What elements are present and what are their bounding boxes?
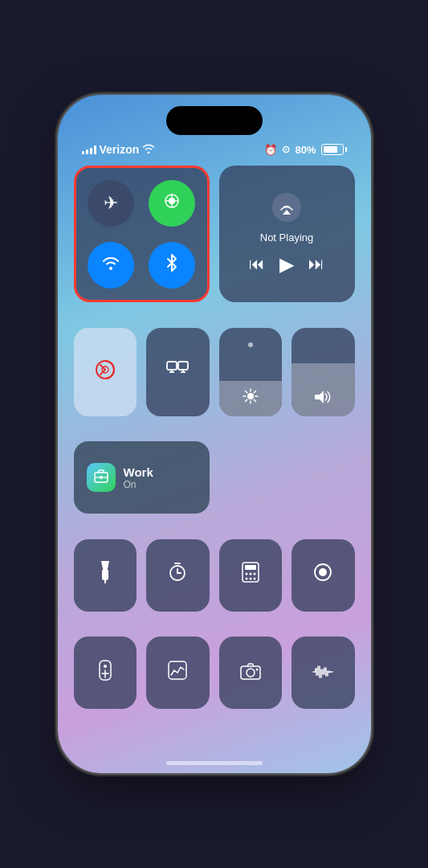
metrics-icon — [168, 661, 187, 686]
play-button[interactable]: ▶ — [279, 253, 294, 276]
svg-marker-22 — [315, 391, 324, 403]
playback-controls: ⏮ ▶ ⏭ — [249, 253, 324, 276]
svg-point-41 — [319, 568, 327, 576]
metrics-button[interactable] — [146, 637, 210, 709]
screen-mirror-icon — [166, 361, 189, 383]
tools-row-2 — [74, 637, 355, 709]
tools-row-1 — [74, 539, 355, 612]
now-playing-status: Not Playing — [260, 231, 313, 244]
brightness-icon — [243, 388, 259, 408]
bluetooth-icon — [165, 254, 179, 276]
carrier-label: Verizon — [100, 143, 140, 156]
signal-icon — [82, 145, 96, 154]
screen-record-button[interactable] — [291, 539, 355, 612]
screen-lock-button[interactable] — [74, 328, 137, 416]
battery-icon — [321, 144, 347, 155]
row2 — [74, 328, 355, 416]
status-bar: Verizon ⏰ ⊙ 80% — [58, 143, 371, 156]
svg-point-48 — [247, 669, 255, 677]
dynamic-island — [166, 106, 263, 135]
now-playing-tile: Not Playing ⏮ ▶ ⏭ — [219, 166, 355, 302]
wifi-icon — [142, 143, 155, 156]
control-center: ✈ — [74, 166, 355, 725]
row3: Work On — [74, 441, 355, 514]
svg-point-38 — [249, 578, 251, 580]
svg-point-25 — [100, 476, 103, 479]
svg-point-1 — [169, 198, 175, 204]
svg-point-39 — [253, 578, 255, 580]
volume-slider[interactable] — [291, 328, 355, 416]
screen-lock-icon — [94, 358, 116, 386]
svg-point-35 — [249, 573, 251, 575]
svg-point-13 — [247, 393, 254, 399]
remote-button[interactable] — [74, 637, 137, 709]
alarm-icon: ⏰ — [264, 144, 277, 156]
work-on-text: Work On — [124, 465, 153, 490]
phone-frame: Verizon ⏰ ⊙ 80% — [58, 95, 371, 773]
svg-line-19 — [254, 399, 255, 401]
camera-icon — [240, 661, 261, 686]
wifi-button-icon — [102, 255, 120, 276]
voice-memo-icon — [312, 661, 333, 686]
flashlight-icon — [96, 561, 114, 589]
row1: ✈ — [74, 166, 355, 302]
svg-point-36 — [253, 573, 255, 575]
svg-rect-8 — [178, 362, 188, 370]
svg-point-34 — [245, 573, 247, 575]
svg-rect-7 — [167, 362, 177, 370]
remote-icon — [99, 660, 112, 686]
svg-point-37 — [245, 578, 247, 580]
wifi-button[interactable] — [88, 242, 134, 289]
brightness-slider[interactable] — [219, 328, 283, 416]
svg-line-18 — [245, 391, 247, 392]
svg-line-20 — [254, 391, 255, 392]
svg-point-49 — [255, 668, 258, 670]
timer-icon — [168, 563, 187, 588]
volume-icon — [314, 390, 332, 408]
work-on-subtitle: On — [124, 479, 153, 490]
bluetooth-button[interactable] — [149, 242, 195, 289]
airplay-icon[interactable] — [272, 193, 301, 222]
work-on-title: Work — [124, 465, 153, 479]
calculator-icon — [242, 562, 259, 588]
rewind-button[interactable]: ⏮ — [249, 255, 265, 273]
timer-button[interactable] — [146, 539, 210, 612]
calculator-button[interactable] — [219, 539, 283, 612]
connectivity-group: ✈ — [74, 166, 210, 302]
svg-point-43 — [104, 665, 107, 668]
brightness-dot — [248, 342, 253, 347]
svg-line-21 — [245, 399, 247, 401]
screen-mirror-button[interactable] — [146, 328, 210, 416]
status-right: ⏰ ⊙ 80% — [264, 144, 346, 156]
screen-record-icon — [313, 563, 332, 588]
svg-rect-26 — [102, 569, 108, 580]
flashlight-button[interactable] — [74, 539, 137, 612]
camera-button[interactable] — [219, 637, 283, 709]
location-icon: ⊙ — [282, 144, 290, 155]
home-bar — [166, 761, 263, 765]
cellular-icon — [163, 192, 181, 215]
cellular-button[interactable] — [149, 180, 195, 227]
svg-rect-46 — [169, 661, 186, 679]
airplane-mode-button[interactable]: ✈ — [88, 180, 134, 227]
status-left: Verizon — [82, 143, 156, 156]
voice-memo-button[interactable] — [291, 637, 355, 709]
airplane-icon: ✈ — [104, 193, 118, 214]
battery-percent: 80% — [295, 144, 316, 156]
svg-rect-33 — [245, 565, 256, 570]
work-on-avatar — [87, 463, 116, 492]
fast-forward-button[interactable]: ⏭ — [308, 255, 324, 273]
work-on-tile[interactable]: Work On — [74, 441, 210, 514]
